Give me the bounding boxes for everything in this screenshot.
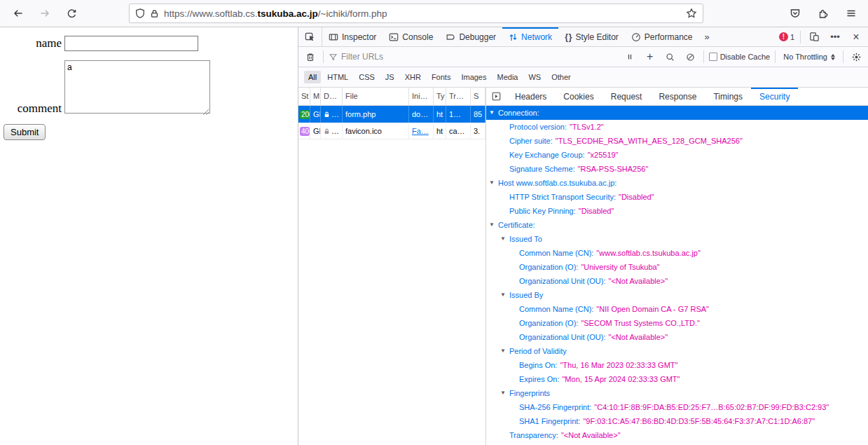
har-gear-icon[interactable]	[848, 49, 864, 64]
twisty-triangle-icon[interactable]: ▼	[489, 176, 498, 190]
filter-type-button[interactable]: WS	[524, 71, 545, 83]
shield-icon[interactable]	[135, 8, 145, 19]
lock-icon[interactable]	[150, 8, 159, 19]
reload-icon[interactable]	[62, 4, 81, 23]
security-row[interactable]: ▼ Cipher suite: "TLS_ECDHE_RSA_WITH_AES_…	[486, 134, 868, 148]
twisty-triangle-icon[interactable]: ▼	[489, 106, 498, 120]
tab-inspector[interactable]: Inspector	[322, 27, 383, 46]
responsive-design-icon[interactable]	[806, 29, 822, 45]
name-label: name	[0, 36, 64, 50]
security-label: HTTP Strict Transport Security:	[509, 193, 616, 201]
detail-tab[interactable]: Timings	[705, 88, 751, 105]
security-value: "www.softlab.cs.tsukuba.ac.jp"	[596, 249, 700, 257]
pick-element-icon[interactable]	[298, 27, 322, 46]
security-row[interactable]: ▼ Common Name (CN): "www.softlab.cs.tsuk…	[486, 246, 868, 260]
search-icon[interactable]	[663, 49, 678, 64]
filter-type-button[interactable]: Images	[457, 71, 490, 83]
column-header[interactable]: S	[471, 88, 485, 105]
detail-tab[interactable]: Cookies	[555, 88, 602, 105]
security-row[interactable]: ▼ Common Name (CN): "NII Open Domain CA …	[486, 302, 868, 316]
error-count-badge[interactable]: ! 1	[779, 32, 794, 41]
tab-style-editor[interactable]: { } Style Editor	[558, 27, 625, 46]
filter-type-button[interactable]: CSS	[354, 71, 379, 83]
tab-debugger[interactable]: Debugger	[439, 27, 502, 46]
star-icon[interactable]	[686, 8, 697, 19]
filter-type-button[interactable]: JS	[381, 71, 399, 83]
disable-cache-checkbox[interactable]: Disable Cache	[709, 53, 771, 61]
tab-network[interactable]: Network	[502, 27, 558, 46]
security-row[interactable]: ▼ Expires On: "Mon, 15 Apr 2024 02:33:33…	[486, 372, 868, 386]
security-row[interactable]: ▼ Organizational Unit (OU): "<Not Availa…	[486, 274, 868, 288]
back-arrow-icon[interactable]	[8, 4, 28, 23]
twisty-triangle-icon[interactable]: ▼	[489, 218, 498, 232]
detail-tab[interactable]: Request	[602, 88, 651, 105]
security-row[interactable]: ▼ Connection:	[486, 106, 868, 120]
security-row[interactable]: ▼ Period of Validity	[486, 344, 868, 358]
security-row[interactable]: ▼ Organization (O): "University of Tsuku…	[486, 260, 868, 274]
submit-button[interactable]: Submit	[4, 124, 46, 140]
filter-type-button[interactable]: Other	[547, 71, 575, 83]
security-row[interactable]: ▼ Issued By	[486, 288, 868, 302]
column-header[interactable]: St	[298, 88, 310, 105]
initiator-cell[interactable]: Fa…	[409, 123, 434, 139]
collapse-details-icon[interactable]	[486, 88, 507, 105]
detail-tab[interactable]: Security	[751, 88, 798, 105]
more-tabs-chevron-icon[interactable]: »	[699, 27, 715, 46]
twisty-triangle-icon[interactable]: ▼	[500, 386, 509, 400]
filter-type-button[interactable]: XHR	[401, 71, 425, 83]
security-row[interactable]: ▼ Host www.softlab.cs.tsukuba.ac.jp:	[486, 176, 868, 190]
security-row[interactable]: ▼ Organization (O): "SECOM Trust Systems…	[486, 316, 868, 330]
pause-icon[interactable]	[622, 49, 638, 64]
comment-textarea[interactable]: a	[64, 60, 210, 114]
twisty-triangle-icon[interactable]: ▼	[500, 344, 509, 358]
column-header[interactable]: Tr…	[446, 88, 471, 105]
security-row[interactable]: ▼ Public Key Pinning: "Disabled"	[486, 204, 868, 218]
throttling-select[interactable]: No Throttling	[780, 53, 838, 61]
url-text[interactable]: https://www.softlab.cs.tsukuba.ac.jp/~ic…	[164, 8, 686, 19]
divider	[323, 50, 324, 63]
security-row[interactable]: ▼ SHA1 Fingerprint: "9F:03:1C:A5:47:B6:B…	[486, 414, 868, 428]
security-row[interactable]: ▼ SHA-256 Fingerprint: "C4:10:1F:8B:9F:D…	[486, 400, 868, 414]
funnel-icon	[329, 53, 338, 62]
name-input[interactable]	[64, 36, 198, 51]
filter-type-button[interactable]: Fonts	[427, 71, 455, 83]
security-value: "TLS_ECDHE_RSA_WITH_AES_128_GCM_SHA256"	[556, 137, 743, 145]
pocket-icon[interactable]	[785, 4, 805, 23]
tab-performance[interactable]: Performance	[625, 27, 699, 46]
column-header[interactable]: D…	[321, 88, 343, 105]
extensions-puzzle-icon[interactable]	[813, 4, 833, 23]
security-row[interactable]: ▼ Key Exchange Group: "x25519"	[486, 148, 868, 162]
detail-tab[interactable]: Headers	[507, 88, 555, 105]
column-header[interactable]: Ini…	[409, 88, 434, 105]
security-row[interactable]: ▼ Organizational Unit (OU): "<Not Availa…	[486, 330, 868, 344]
security-row[interactable]: ▼ Certificate:	[486, 218, 868, 232]
block-icon[interactable]	[683, 49, 698, 64]
filter-type-button[interactable]: All	[304, 71, 321, 83]
security-row[interactable]: ▼ Protocol version: "TLSv1.2"	[486, 120, 868, 134]
security-row[interactable]: ▼ Transparency: "<Not Available>"	[486, 428, 868, 442]
detail-tab[interactable]: Response	[650, 88, 705, 105]
meatball-menu-icon[interactable]: •••	[827, 29, 843, 45]
close-devtools-icon[interactable]: ×	[848, 29, 864, 45]
tab-console[interactable]: Console	[383, 27, 439, 46]
column-header[interactable]: Ty	[434, 88, 446, 105]
security-row[interactable]: ▼ Begins On: "Thu, 16 Mar 2023 02:33:33 …	[486, 358, 868, 372]
filter-type-button[interactable]: Media	[492, 71, 522, 83]
twisty-triangle-icon[interactable]: ▼	[500, 232, 509, 246]
twisty-triangle-icon[interactable]: ▼	[500, 288, 509, 302]
column-header[interactable]: File	[343, 88, 409, 105]
url-bar[interactable]: https://www.softlab.cs.tsukuba.ac.jp/~ic…	[129, 4, 703, 23]
security-row[interactable]: ▼ Signature Scheme: "RSA-PSS-SHA256"	[486, 162, 868, 176]
filter-urls-input[interactable]: Filter URLs	[329, 52, 617, 62]
column-header[interactable]: M	[310, 88, 321, 105]
table-row-favicon-ico[interactable]: 404 GET … favicon.ico Fa… ht ca… 3.	[298, 123, 485, 139]
filter-type-button[interactable]: HTML	[323, 71, 352, 83]
security-row[interactable]: ▼ Issued To	[486, 232, 868, 246]
add-request-icon[interactable]: +	[642, 49, 658, 64]
security-row[interactable]: ▼ Fingerprints	[486, 386, 868, 400]
checkbox-unchecked[interactable]	[709, 53, 717, 61]
menu-hamburger-icon[interactable]	[841, 4, 861, 23]
clear-requests-trash-icon[interactable]	[303, 49, 318, 64]
security-row[interactable]: ▼ HTTP Strict Transport Security: "Disab…	[486, 190, 868, 204]
table-row-form-php[interactable]: 200 GET … form.php do… ht 1… 85	[298, 106, 485, 123]
